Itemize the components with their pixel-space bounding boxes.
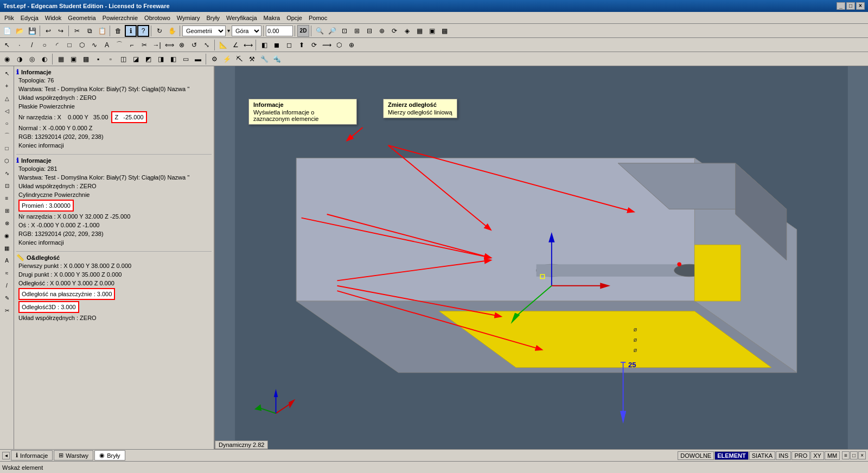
tab-bryly[interactable]: ◉ Bryły: [94, 450, 125, 461]
curve-btn[interactable]: ∿: [88, 39, 100, 51]
fit-all[interactable]: ⊡: [339, 25, 350, 37]
display-options3[interactable]: ▩: [438, 25, 450, 37]
rect-btn[interactable]: □: [63, 39, 75, 51]
left-btn-11[interactable]: ≡: [1, 192, 13, 204]
rotate-geom-btn[interactable]: ↺: [188, 39, 200, 51]
left-btn-13[interactable]: ⊗: [1, 217, 13, 229]
pan-view[interactable]: ⊕: [376, 25, 388, 37]
wire-btn[interactable]: ◎: [26, 53, 38, 65]
left-btn-14[interactable]: ◉: [1, 229, 13, 241]
nc-btn[interactable]: ⚙: [208, 53, 220, 65]
menu-pomoc[interactable]: Pomoc: [305, 14, 330, 22]
display-options2[interactable]: ▣: [426, 25, 438, 37]
layer-btn11[interactable]: ▭: [180, 53, 192, 65]
left-btn-20[interactable]: ✂: [1, 304, 13, 316]
left-btn-10[interactable]: ⊡: [1, 180, 13, 191]
layer-btn[interactable]: ▦: [55, 53, 67, 65]
zoom-window[interactable]: ⊞: [351, 25, 363, 37]
save-button[interactable]: 💾: [26, 25, 38, 37]
copy-button[interactable]: ⧉: [84, 25, 95, 37]
cut-button[interactable]: ✂: [71, 25, 83, 37]
shell-btn[interactable]: ◻: [283, 39, 295, 51]
left-btn-7[interactable]: □: [1, 142, 13, 154]
maximize-button[interactable]: □: [846, 2, 855, 10]
surface-btn[interactable]: ◧: [258, 39, 270, 51]
hidden-btn[interactable]: ◐: [39, 53, 50, 65]
left-btn-19[interactable]: ✎: [1, 292, 13, 304]
trim-btn[interactable]: ✂: [138, 39, 150, 51]
left-btn-4[interactable]: ◁: [1, 105, 13, 117]
left-btn-17[interactable]: ≈: [1, 267, 13, 279]
view-btn-1[interactable]: ≡: [842, 451, 850, 459]
zoom-out[interactable]: 🔎: [326, 25, 338, 37]
pan-button[interactable]: ✋: [166, 25, 178, 37]
chamfer-btn[interactable]: ⌐: [126, 39, 138, 51]
menu-makra[interactable]: Makra: [260, 14, 284, 22]
help-button[interactable]: ?: [137, 25, 149, 37]
menu-edycja[interactable]: Edycja: [17, 14, 42, 22]
status-xy[interactable]: XY: [810, 451, 824, 460]
render-btn[interactable]: ◉: [1, 53, 13, 65]
shade-btn[interactable]: ◑: [14, 53, 25, 65]
scroll-left-btn[interactable]: ◂: [2, 452, 10, 459]
title-bar-controls[interactable]: _ □ ×: [837, 2, 865, 10]
layer-btn7[interactable]: ◪: [130, 53, 142, 65]
redo-button[interactable]: ↪: [55, 25, 67, 37]
display-options[interactable]: ▦: [413, 25, 425, 37]
boolean-btn[interactable]: ⊕: [346, 39, 358, 51]
nc-btn5[interactable]: 🔧: [258, 53, 270, 65]
left-btn-12[interactable]: ⊞: [1, 204, 13, 216]
status-mm[interactable]: MM: [825, 451, 840, 460]
status-dowolne[interactable]: DOWOLNE: [678, 451, 714, 460]
layer-btn4[interactable]: ▪: [92, 53, 104, 65]
left-btn-2[interactable]: +: [1, 80, 13, 92]
left-btn-1[interactable]: ↖: [1, 67, 13, 79]
minimize-button[interactable]: _: [837, 2, 845, 10]
line-btn[interactable]: /: [26, 39, 38, 51]
close-button[interactable]: ×: [856, 2, 865, 10]
status-element[interactable]: ELEMENT: [714, 451, 749, 460]
menu-wymiary[interactable]: Wymiary: [174, 14, 203, 22]
layer-btn9[interactable]: ◨: [155, 53, 167, 65]
left-btn-3[interactable]: △: [1, 92, 13, 104]
rotate-view[interactable]: ⟳: [388, 25, 400, 37]
tab-warstwy[interactable]: ⊞ Warstwy: [54, 450, 93, 461]
menu-opcje[interactable]: Opcje: [283, 14, 305, 22]
left-btn-16[interactable]: A: [1, 254, 13, 266]
status-pro[interactable]: PRO: [792, 451, 810, 460]
view-dropdown[interactable]: Góra: [232, 25, 261, 36]
menu-obrotowo[interactable]: Obrotowo: [141, 14, 174, 22]
scale-btn[interactable]: ⤡: [201, 39, 213, 51]
nc-btn3[interactable]: ⛏: [233, 53, 245, 65]
fillet-btn[interactable]: ⌒: [113, 39, 125, 51]
revolve-btn[interactable]: ⟳: [308, 39, 320, 51]
viewport[interactable]: ø ø ø 25 Informacje Wyświetla informacje: [215, 66, 868, 449]
nc-btn6[interactable]: 🔩: [271, 53, 283, 65]
delete-button[interactable]: 🗑: [112, 25, 124, 37]
paste-button[interactable]: 📋: [96, 25, 108, 37]
left-btn-5[interactable]: ○: [1, 117, 13, 129]
menu-widok[interactable]: Widok: [42, 14, 65, 22]
circle-btn[interactable]: ○: [39, 39, 50, 51]
layer-btn5[interactable]: ▫: [105, 53, 117, 65]
solid-btn[interactable]: ◼: [271, 39, 283, 51]
menu-weryfikacja[interactable]: Weryfikacja: [223, 14, 260, 22]
geometry-dropdown[interactable]: Geometrii: [182, 25, 226, 36]
arc-btn[interactable]: ◜: [51, 39, 63, 51]
left-btn-18[interactable]: /: [1, 279, 13, 291]
value-input[interactable]: [266, 25, 293, 36]
layer-btn2[interactable]: ▣: [67, 53, 79, 65]
left-btn-8[interactable]: ⬡: [1, 155, 13, 167]
open-button[interactable]: 📂: [14, 25, 25, 37]
extrude-btn[interactable]: ⬆: [296, 39, 308, 51]
rotate-button[interactable]: ↻: [154, 25, 165, 37]
select-btn[interactable]: ↖: [1, 39, 13, 51]
offset-btn[interactable]: ⊗: [176, 39, 188, 51]
loft-btn[interactable]: ⬡: [333, 39, 345, 51]
left-btn-6[interactable]: ⌒: [1, 130, 13, 142]
menu-bryly[interactable]: Bryły: [203, 14, 223, 22]
layer-btn3[interactable]: ▩: [80, 53, 92, 65]
view-btn-3[interactable]: ×: [858, 451, 866, 459]
new-button[interactable]: 📄: [1, 25, 13, 37]
view-all[interactable]: ◈: [401, 25, 413, 37]
